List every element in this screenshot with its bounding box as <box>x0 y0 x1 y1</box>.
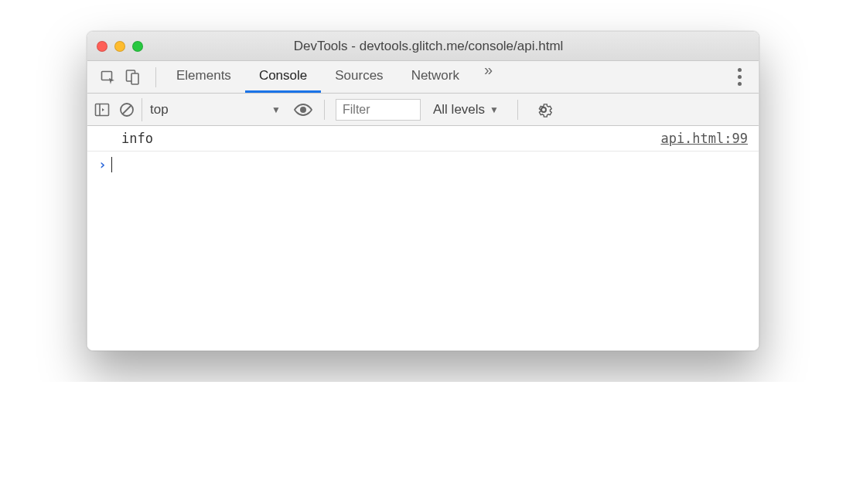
tab-console[interactable]: Console <box>245 61 321 93</box>
levels-label: All levels <box>433 102 485 117</box>
filter-input[interactable] <box>336 99 421 121</box>
text-cursor <box>111 157 112 172</box>
log-level-selector[interactable]: All levels ▼ <box>425 102 507 117</box>
chevron-down-icon: ▼ <box>490 104 499 115</box>
prompt-caret-icon: › <box>98 156 107 172</box>
log-message: info <box>121 131 153 146</box>
context-label: top <box>150 102 169 117</box>
close-window-button[interactable] <box>97 41 107 52</box>
main-tabbar: Elements Console Sources Network » <box>87 61 759 94</box>
console-output: info api.html:99 › <box>87 126 759 350</box>
console-toolbar: top ▼ All levels ▼ <box>87 94 759 126</box>
console-prompt[interactable]: › <box>87 152 759 177</box>
titlebar: DevTools - devtools.glitch.me/console/ap… <box>87 32 759 61</box>
console-log-row: info api.html:99 <box>87 126 759 152</box>
chevron-down-icon: ▼ <box>271 104 281 115</box>
tab-sources[interactable]: Sources <box>321 61 397 93</box>
window-title: DevTools - devtools.glitch.me/console/ap… <box>107 39 749 54</box>
device-toolbar-icon[interactable] <box>123 67 143 87</box>
panel-tabs: Elements Console Sources Network » <box>162 61 503 93</box>
clear-console-icon[interactable] <box>117 100 137 120</box>
devtools-window: DevTools - devtools.glitch.me/console/ap… <box>87 31 759 351</box>
inspect-element-icon[interactable] <box>98 67 118 87</box>
svg-point-7 <box>300 107 306 113</box>
console-settings-icon[interactable] <box>534 100 554 120</box>
tab-network[interactable]: Network <box>397 61 473 93</box>
tab-elements[interactable]: Elements <box>162 61 245 93</box>
more-tabs-icon[interactable]: » <box>473 61 503 93</box>
live-expression-icon[interactable] <box>293 100 313 120</box>
svg-line-6 <box>123 105 131 114</box>
settings-menu-icon[interactable] <box>733 63 746 90</box>
execution-context-selector[interactable]: top ▼ <box>142 98 288 121</box>
show-console-sidebar-icon[interactable] <box>92 100 112 120</box>
svg-rect-2 <box>131 73 138 84</box>
log-source-link[interactable]: api.html:99 <box>660 131 748 146</box>
